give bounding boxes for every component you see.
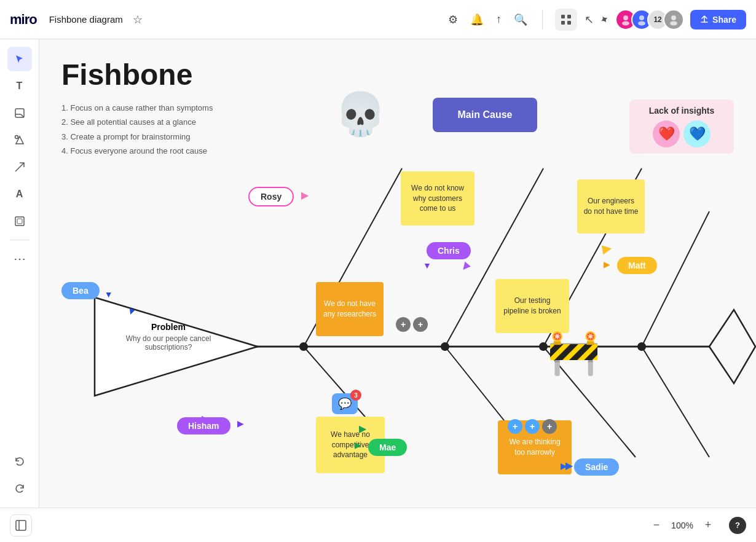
heart-cyan-icon: 💙 bbox=[683, 120, 711, 147]
svg-point-4 bbox=[623, 15, 628, 20]
cursor-sadie: ▶ bbox=[565, 460, 573, 471]
add-button-5[interactable]: + bbox=[542, 419, 557, 434]
select-tool[interactable] bbox=[7, 47, 32, 71]
collaborator-avatars[interactable]: 12 bbox=[615, 9, 684, 30]
zoom-level: 100% bbox=[670, 520, 695, 530]
svg-point-30 bbox=[539, 342, 548, 351]
sticky-4[interactable]: Our testing pipeline is broken bbox=[495, 279, 569, 333]
cursor-mae: ▶ bbox=[359, 423, 366, 434]
svg-line-26 bbox=[642, 347, 709, 457]
svg-rect-32 bbox=[16, 520, 26, 530]
cursor-tool-icon[interactable]: ↖ bbox=[585, 13, 594, 26]
main-cause-box[interactable]: Main Cause bbox=[433, 98, 537, 132]
doc-title[interactable]: Fishbone diagram bbox=[49, 14, 123, 25]
name-bea: Bea ▼ bbox=[61, 282, 100, 299]
pen-tool[interactable]: A bbox=[7, 182, 32, 206]
undo-tool[interactable] bbox=[7, 449, 32, 473]
svg-line-22 bbox=[642, 211, 709, 347]
share-button[interactable]: Share bbox=[690, 10, 746, 29]
add-button-1[interactable]: + bbox=[396, 317, 411, 332]
insight-box[interactable]: Lack of insights ❤️ 💙 bbox=[629, 100, 734, 154]
bottom-bar: − 100% + ? bbox=[0, 508, 756, 542]
arrow-tool[interactable] bbox=[7, 155, 32, 179]
zoom-controls: − 100% + ? bbox=[648, 517, 746, 534]
svg-rect-15 bbox=[15, 217, 24, 226]
traffic-cone: 🚧 bbox=[547, 327, 600, 377]
cursor-hisham: ▶ bbox=[202, 413, 209, 425]
svg-rect-3 bbox=[567, 21, 571, 25]
name-sadie: Sadie ▶ bbox=[574, 458, 619, 476]
bell-icon[interactable]: 🔔 bbox=[468, 10, 486, 29]
svg-point-28 bbox=[299, 342, 308, 351]
shape-tool[interactable] bbox=[7, 128, 32, 152]
star-icon[interactable]: ☆ bbox=[130, 10, 145, 29]
sticky-2[interactable]: Our engineers do not have time bbox=[577, 179, 645, 234]
svg-point-13 bbox=[15, 136, 18, 139]
logo[interactable]: miro bbox=[10, 12, 37, 28]
header-right: ↖ ✦ 12 Share bbox=[585, 9, 746, 30]
apps-button[interactable] bbox=[555, 9, 577, 31]
sticky-1[interactable]: We do not know why customers come to us bbox=[401, 171, 474, 226]
svg-rect-1 bbox=[567, 15, 571, 18]
name-mae: Mae ▶ bbox=[368, 439, 407, 456]
svg-point-8 bbox=[671, 15, 676, 20]
add-button-3[interactable]: + bbox=[508, 419, 522, 434]
redo-tool[interactable] bbox=[7, 476, 32, 500]
name-chris: Chris ▼ bbox=[427, 242, 471, 259]
skull-character: 💀 bbox=[334, 90, 387, 139]
svg-point-6 bbox=[639, 15, 644, 20]
heart-pink-icon: ❤️ bbox=[653, 120, 680, 147]
canvas-content: Fishbone 1. Focus on a cause rather than… bbox=[39, 39, 756, 508]
magic-tool-icon[interactable]: ✦ bbox=[597, 11, 612, 28]
add-button-2[interactable]: + bbox=[413, 317, 428, 332]
panel-toggle-button[interactable] bbox=[10, 514, 32, 536]
sticky-3[interactable]: We do not have any researchers bbox=[316, 282, 384, 336]
sticky-note-tool[interactable] bbox=[7, 101, 32, 125]
problem-box: Problem Why do our people cancel subscri… bbox=[113, 322, 224, 352]
frame-tool[interactable] bbox=[7, 209, 32, 234]
zoom-in-button[interactable]: + bbox=[699, 517, 717, 534]
svg-point-5 bbox=[622, 21, 629, 25]
svg-point-29 bbox=[441, 342, 449, 351]
name-matt: Matt ▶ bbox=[617, 257, 657, 274]
upload-icon[interactable]: ↑ bbox=[494, 10, 504, 28]
more-tools[interactable]: ⋯ bbox=[7, 246, 32, 271]
header: miro Fishbone diagram ☆ ⚙ 🔔 ↑ 🔍 ↖ ✦ 12 bbox=[0, 0, 756, 39]
text-tool[interactable]: T bbox=[7, 74, 32, 98]
svg-rect-2 bbox=[561, 21, 565, 25]
search-icon[interactable]: 🔍 bbox=[511, 10, 530, 29]
canvas[interactable]: Fishbone 1. Focus on a cause rather than… bbox=[39, 39, 756, 508]
svg-point-31 bbox=[637, 342, 646, 351]
comment-bubble[interactable]: 💬 3 bbox=[332, 393, 358, 414]
left-toolbar: T A ⋯ bbox=[0, 39, 39, 508]
avatar-user[interactable] bbox=[663, 9, 684, 30]
help-button[interactable]: ? bbox=[729, 517, 746, 534]
add-button-4[interactable]: + bbox=[525, 419, 540, 434]
name-rosy: Rosy ▶ bbox=[248, 187, 294, 206]
settings-icon[interactable]: ⚙ bbox=[446, 10, 460, 29]
zoom-out-button[interactable]: − bbox=[648, 517, 665, 534]
svg-rect-16 bbox=[17, 219, 22, 224]
svg-point-9 bbox=[670, 21, 677, 25]
svg-point-7 bbox=[638, 21, 645, 25]
comment-badge: 3 bbox=[350, 390, 361, 401]
svg-line-14 bbox=[15, 163, 24, 171]
svg-rect-0 bbox=[561, 15, 565, 18]
